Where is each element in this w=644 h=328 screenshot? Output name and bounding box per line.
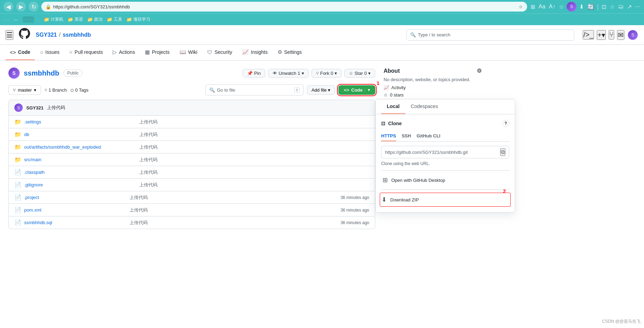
file-icon: 📄 bbox=[14, 169, 21, 176]
clone-copy-button[interactable]: ⧉ bbox=[500, 148, 505, 156]
code-btn-arrow: ▾ bbox=[365, 88, 370, 92]
clone-method-ssh[interactable]: SSH bbox=[402, 131, 411, 141]
open-desktop-action[interactable]: ⊞ Open with GitHub Desktop bbox=[381, 173, 509, 187]
bookmark-zhengzhi[interactable]: 📁 政治 bbox=[87, 16, 103, 22]
nav-tab-pull-requests[interactable]: ⑂ Pull requests bbox=[65, 45, 107, 60]
search-bar[interactable]: 🔍 Type / to search bbox=[406, 29, 574, 41]
branch-count-icon: ⑂ bbox=[44, 87, 47, 93]
clone-method-https[interactable]: HTTPS bbox=[381, 131, 396, 141]
nav-tab-insights[interactable]: 📈 Insights bbox=[238, 45, 272, 60]
forward-button[interactable]: ▶ bbox=[16, 2, 26, 12]
nav-tab-projects[interactable]: ▦ Projects bbox=[141, 45, 174, 60]
popup-divider-2 bbox=[381, 190, 509, 190]
grid-icon[interactable]: ⊞ bbox=[530, 3, 536, 11]
pin-button[interactable]: 📌 Pin bbox=[243, 69, 265, 78]
file-commit: 上传代码 bbox=[130, 194, 341, 201]
file-name[interactable]: .gitignore bbox=[24, 182, 139, 187]
reader-icon[interactable]: Aa bbox=[538, 3, 546, 10]
commit-message: 上传代码 bbox=[47, 105, 65, 111]
file-name[interactable]: src/main bbox=[24, 157, 139, 162]
folder-icon: 📁 bbox=[14, 131, 21, 138]
file-name[interactable]: ssmbhhdb.sql bbox=[24, 220, 130, 225]
repo-avatar: S bbox=[8, 67, 20, 79]
branch-count[interactable]: ⑂ 1 Branch bbox=[44, 87, 67, 93]
code-button[interactable]: <> Code ▾ bbox=[338, 85, 375, 95]
file-name[interactable]: out/artifacts/ssmbhhdb_war_exploded bbox=[24, 144, 139, 150]
breadcrumb-repo[interactable]: ssmbhhdb bbox=[63, 32, 91, 38]
nav-tab-code[interactable]: <> Code bbox=[6, 45, 35, 60]
bookmark-xiangmu[interactable]: 📁 项目学习 bbox=[126, 16, 150, 22]
bookmark-gongju[interactable]: 📁 工具 bbox=[107, 16, 122, 22]
download-icon[interactable]: ⬇ bbox=[579, 3, 584, 11]
star-icon[interactable]: ☆ bbox=[519, 4, 523, 9]
url-bar[interactable]: 🔒 https://github.com/SGY321/ssmbhhdb ☆ bbox=[41, 2, 527, 12]
goto-file-search[interactable]: 🔍 Go to file t bbox=[205, 84, 303, 95]
folder-icon: 📁 bbox=[14, 144, 21, 150]
wiki-nav-icon: 📖 bbox=[180, 49, 186, 55]
repo-meta: S ssmbhhdb Public 📌 Pin 👁 Unwatch 1 ▾ ⑂ … bbox=[8, 67, 375, 79]
file-name[interactable]: .settings bbox=[24, 119, 139, 124]
nav-tab-issues[interactable]: ○ Issues bbox=[36, 45, 64, 60]
file-name[interactable]: .project bbox=[24, 195, 130, 200]
clone-method-cli[interactable]: GitHub CLI bbox=[416, 131, 440, 141]
collections-icon[interactable]: 🗂 bbox=[617, 3, 624, 10]
popup-tab-codespaces[interactable]: Codespaces bbox=[405, 99, 444, 114]
commit-author: SGY321 bbox=[26, 105, 43, 110]
shortcut-badge: t bbox=[294, 87, 300, 93]
star-button[interactable]: ☆ Star 0 ▾ bbox=[344, 69, 375, 78]
fav-icon[interactable]: ☆ bbox=[558, 3, 565, 11]
fork-icon: ⑂ bbox=[316, 71, 319, 76]
left-panel: S ssmbhhdb Public 📌 Pin 👁 Unwatch 1 ▾ ⑂ … bbox=[8, 67, 375, 229]
file-time: 36 minutes ago bbox=[341, 208, 369, 213]
repo-actions: 📌 Pin 👁 Unwatch 1 ▾ ⑂ Fork 0 ▾ ☆ S bbox=[243, 69, 375, 78]
clone-title: ⊡ Clone ? bbox=[381, 120, 509, 127]
plus-button[interactable]: +▾ bbox=[597, 30, 606, 40]
nav-tab-security[interactable]: 🛡 Security bbox=[203, 45, 237, 60]
inbox-button[interactable]: ✉ bbox=[617, 30, 624, 40]
branch-selector[interactable]: ⑂ master ▾ bbox=[8, 85, 41, 95]
popup-tab-local[interactable]: Local bbox=[381, 99, 405, 114]
bookmark-yingyu[interactable]: 📁 英语 bbox=[68, 16, 83, 22]
activity-stat[interactable]: 📈 Activity bbox=[384, 85, 482, 90]
nav-tab-settings[interactable]: ⚙ Settings bbox=[273, 45, 306, 60]
bookmark-jisuanji[interactable]: 📁 计算机 bbox=[44, 16, 63, 22]
tag-count[interactable]: ◇ 0 Tags bbox=[70, 87, 89, 93]
search-icon: 🔍 bbox=[410, 32, 416, 37]
add-file-button[interactable]: Add file ▾ bbox=[307, 85, 335, 95]
file-name[interactable]: db bbox=[24, 132, 139, 137]
fav-star[interactable]: ☆ bbox=[609, 3, 615, 11]
hamburger-menu[interactable]: ☰ bbox=[6, 30, 13, 40]
fork-button[interactable]: ⑂ bbox=[609, 30, 614, 40]
clone-desc: Clone using the web URL. bbox=[381, 161, 509, 166]
nav-tab-actions[interactable]: ▷ Actions bbox=[108, 45, 139, 60]
clone-help-icon[interactable]: ? bbox=[502, 120, 509, 127]
file-name[interactable]: pom.xml bbox=[24, 207, 130, 213]
search-placeholder: Type / to search bbox=[418, 32, 450, 37]
repo-title[interactable]: ssmbhhdb bbox=[24, 69, 59, 77]
avatar-btn[interactable]: S bbox=[567, 2, 576, 12]
more-icon[interactable]: ··· bbox=[635, 3, 640, 10]
terminal-button[interactable]: />_ bbox=[583, 30, 594, 40]
activity-icon: 📈 bbox=[384, 85, 389, 90]
user-avatar[interactable]: S bbox=[627, 29, 638, 41]
text-icon[interactable]: A↑ bbox=[548, 3, 556, 10]
code-btn-container: <> Code ▾ 1 bbox=[338, 85, 375, 95]
github-logo[interactable] bbox=[19, 28, 30, 42]
back-button[interactable]: ◀ bbox=[4, 2, 13, 12]
extension-icon[interactable]: 🔄 bbox=[587, 3, 595, 11]
breadcrumb-user[interactable]: SGY321 bbox=[36, 32, 57, 38]
nav-tab-wiki[interactable]: 📖 Wiki bbox=[175, 45, 202, 60]
fork-chevron-icon: ▾ bbox=[335, 71, 337, 76]
file-icon: 📄 bbox=[14, 194, 21, 201]
share-icon[interactable]: ↗ bbox=[626, 3, 632, 11]
refresh-button[interactable]: ↻ bbox=[29, 2, 38, 12]
add-file-chevron-icon: ▾ bbox=[328, 87, 330, 93]
sidebar-toggle[interactable]: ⊡ bbox=[601, 3, 607, 11]
fork-button[interactable]: ⑂ Fork 0 ▾ bbox=[312, 69, 342, 78]
file-name[interactable]: .classpath bbox=[24, 170, 139, 175]
file-commit: 上传代码 bbox=[139, 131, 369, 138]
about-gear-icon[interactable]: ⚙ bbox=[477, 67, 482, 74]
folder-icon: 📁 bbox=[14, 119, 21, 125]
unwatch-button[interactable]: 👁 Unwatch 1 ▾ bbox=[268, 69, 309, 78]
download-zip-action[interactable]: ⬇ Download ZIP bbox=[380, 193, 511, 207]
